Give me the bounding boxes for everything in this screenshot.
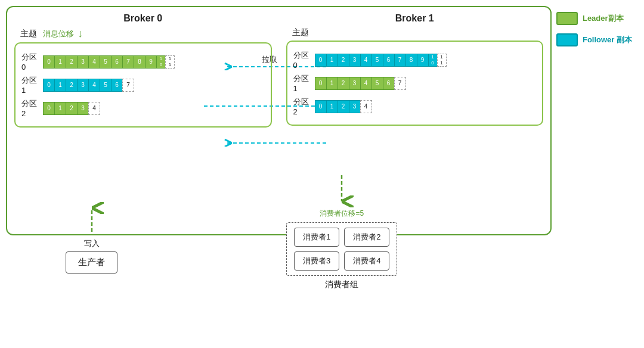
broker1-partition1-cells: 0 1 2 3 4 5 6 7: [315, 77, 405, 90]
cell: 0: [315, 54, 327, 67]
cell: 2: [66, 79, 78, 92]
cell: 1: [54, 102, 66, 115]
cell: 2: [66, 55, 78, 69]
cell: 9: [417, 54, 429, 67]
legend-follower: Follower 副本: [556, 33, 632, 46]
cell: 1: [326, 54, 338, 67]
consumer-offset-label: 消费者位移=5: [320, 209, 364, 219]
cell: 4: [88, 102, 100, 115]
cell: 1: [54, 55, 66, 69]
broker1-partition0-cells: 0 1 2 3 4 5 6 7 8 9 10 11: [315, 54, 446, 67]
cell: 4: [360, 100, 372, 113]
cell: 0: [315, 100, 327, 113]
cell: 4: [88, 55, 100, 69]
broker0-topic-label: 主题: [20, 29, 37, 39]
broker1-partition1-row: 分区1 0 1 2 3 4 5 6 7: [293, 73, 537, 93]
cell: 1: [326, 77, 338, 90]
cell: 11: [437, 54, 447, 67]
cell: 11: [165, 55, 175, 69]
cell: 7: [394, 77, 406, 90]
broker1-topic-label: 主题: [292, 27, 309, 38]
broker0-partition2-cells: 0 1 2 3 4: [43, 102, 100, 115]
cell: 3: [349, 100, 361, 113]
legend-leader: Leader副本: [556, 12, 632, 25]
broker0-partition0-label: 分区0: [21, 52, 41, 72]
broker1-partition1-label: 分区1: [293, 73, 312, 93]
broker1-box: Broker 1 主题 分区0 0 1 2 3 4 5 6 7: [279, 7, 551, 234]
broker0-topic-row: 主题 消息位移 ↓: [14, 27, 272, 40]
producer-area: 写入 生产者: [66, 238, 117, 274]
consumer-group-label: 消费者组: [325, 279, 358, 290]
main-container: Leader副本 Follower 副本 拉取: [0, 0, 644, 348]
consumer-arrow-svg: [330, 175, 354, 205]
broker1-partition0-row: 分区0 0 1 2 3 4 5 6 7 8 9 10 11: [293, 50, 537, 70]
cell: 3: [77, 79, 89, 92]
broker0-title: Broker 0: [14, 13, 272, 24]
cell: 0: [43, 79, 55, 92]
cell: 3: [77, 55, 89, 69]
cell: 0: [43, 102, 55, 115]
cell: 3: [349, 77, 361, 90]
follower-color-box: [556, 33, 578, 46]
broker1-partition2-cells: 0 1 2 3 4: [315, 100, 371, 113]
cell: 9: [145, 55, 157, 69]
consumer1-box: 消费者1: [294, 228, 339, 247]
broker0-partition2-row: 分区2 0 1 2 3 4: [21, 98, 265, 118]
cell: 0: [43, 55, 55, 69]
cell: 2: [338, 77, 349, 90]
cell: 2: [66, 102, 78, 115]
cell: 6: [111, 79, 123, 92]
cell: 1: [54, 79, 66, 92]
cell: 6: [383, 77, 395, 90]
cell: 2: [338, 100, 349, 113]
broker0-partitions: 分区0 0 1 2 3 4 5 6 7 8 9 10 11: [14, 42, 272, 128]
cell: 1: [326, 100, 338, 113]
consumers-grid: 消费者1 消费者2 消费者3 消费者4: [294, 228, 389, 271]
cell: 4: [88, 79, 100, 92]
leader-color-box: [556, 12, 578, 25]
cell: 4: [360, 54, 372, 67]
offset-down-arrow: ↓: [78, 27, 83, 40]
broker0-partition0-cells: 0 1 2 3 4 5 6 7 8 9 10 11: [43, 55, 174, 69]
cell: 8: [405, 54, 417, 67]
broker0-partition1-label: 分区1: [21, 75, 41, 95]
legend: Leader副本 Follower 副本: [556, 12, 632, 46]
cell: 8: [134, 55, 145, 69]
cell: 7: [122, 55, 134, 69]
broker1-title: Broker 1: [286, 13, 544, 24]
broker0-partition2-label: 分区2: [21, 98, 41, 118]
broker0-box: Broker 0 主题 消息位移 ↓ 分区0 0 1 2 3 4 5: [7, 7, 279, 234]
write-arrow-svg: [80, 206, 104, 232]
cell: 0: [315, 77, 327, 90]
cell: 6: [383, 54, 395, 67]
cell: 3: [349, 54, 361, 67]
consumer4-box: 消费者4: [344, 251, 389, 271]
consumer-group-area: 消费者位移=5 消费者1 消费者2 消费者3 消费者4 消费者组: [286, 209, 397, 290]
broker1-topic-row: 主题: [286, 27, 544, 38]
cell: 2: [338, 54, 349, 67]
leader-label: Leader副本: [583, 13, 624, 24]
producer-box: 生产者: [66, 251, 117, 274]
brokers-outer-border: 拉取 Broker 0 主题 消息位移 ↓ 分区0 0 1: [6, 6, 552, 235]
cell: 3: [77, 102, 89, 115]
broker0-partition0-row: 分区0 0 1 2 3 4 5 6 7 8 9 10 11: [21, 52, 265, 72]
broker1-partitions: 分区0 0 1 2 3 4 5 6 7 8 9 10 11: [286, 41, 544, 126]
follower-label: Follower 副本: [583, 35, 632, 45]
cell: 10: [428, 54, 438, 67]
cell: 5: [371, 54, 383, 67]
consumers-grid-wrapper: 消费者1 消费者2 消费者3 消费者4: [286, 222, 397, 276]
write-label: 写入: [84, 238, 100, 249]
cell: 5: [100, 79, 112, 92]
broker1-partition2-row: 分区2 0 1 2 3 4: [293, 97, 537, 116]
cell: 5: [100, 55, 112, 69]
cell: 6: [111, 55, 123, 69]
broker0-partition1-row: 分区1 0 1 2 3 4 5 6 7: [21, 75, 265, 95]
broker1-partition2-label: 分区2: [293, 97, 312, 116]
cell: 7: [122, 79, 134, 92]
cell: 5: [371, 77, 383, 90]
consumer2-box: 消费者2: [344, 228, 389, 247]
cell: 7: [394, 54, 406, 67]
broker0-offset-label: 消息位移: [43, 29, 74, 39]
broker1-partition0-label: 分区0: [293, 50, 312, 70]
consumer3-box: 消费者3: [294, 251, 339, 271]
